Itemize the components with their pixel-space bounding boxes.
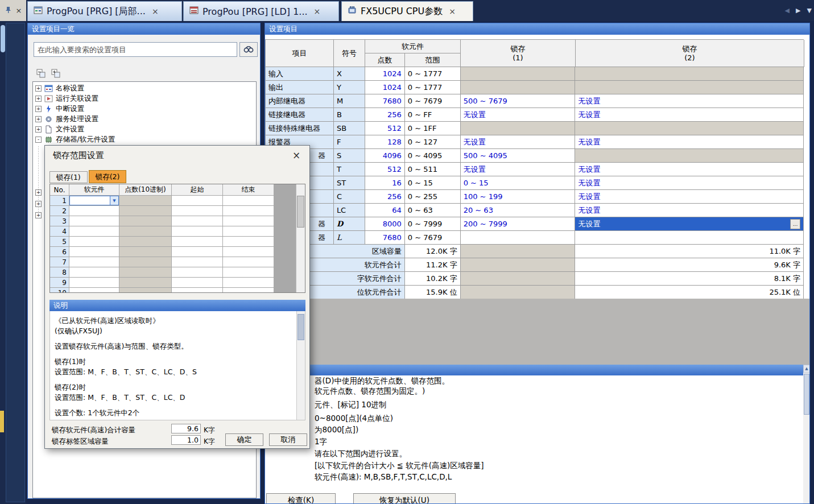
table-row[interactable]: 输出 Y 1024 0 ~ 1777 [266,81,804,94]
latch2-cell[interactable]: 无设置 [575,190,804,204]
start-cell[interactable] [172,247,223,257]
tab-progpou-local[interactable]: ProgPou [PRG] [局部... × [27,1,182,21]
table-row[interactable]: C 256 0 ~ 255 100 ~ 199 无设置 [266,190,804,204]
latch2-cell[interactable]: 无设置 [575,135,804,149]
start-cell[interactable] [172,288,223,293]
points-cell[interactable]: 7680 [365,231,405,245]
table-row[interactable]: 内部继电器 M 7680 0 ~ 7679 500 ~ 7679 无设置 [266,94,804,108]
start-cell[interactable] [172,257,223,267]
device-cell[interactable] [69,206,119,216]
tree-item-interrupt-settings[interactable]: + 中断设置 [33,104,256,114]
tab-close-icon[interactable]: × [449,7,456,16]
latch2-cell[interactable]: 无设置 [575,94,804,108]
tab-progpou-ld[interactable]: ProgPou [PRG] [LD] 1... × [183,1,339,21]
tab-latch-2[interactable]: 锁存(2) [89,170,127,183]
device-cell[interactable] [69,278,119,288]
collapse-all-icon[interactable] [36,68,46,79]
tree-expander-icon[interactable]: + [35,189,42,196]
table-row[interactable]: ST 16 0 ~ 15 0 ~ 15 无设置 [266,176,804,190]
points-cell[interactable]: 16 [365,176,405,190]
table-row[interactable]: 链接特殊继电器 SB 512 0 ~ 1FF [266,122,804,135]
points-cell[interactable]: 7680 [365,94,405,108]
device-cell[interactable] [69,226,119,237]
tree-item-name-settings[interactable]: + 名称设置 [33,83,256,93]
tree-expander-icon[interactable]: + [35,212,42,218]
points-cell[interactable]: 8000 [365,217,405,231]
points-cell[interactable]: 512 [365,122,405,135]
table-row[interactable]: 链接继电器 B 256 0 ~ FF 无设置 无设置 [266,108,804,122]
latch1-cell[interactable]: 20 ~ 63 [461,204,576,217]
grid-scrollbar[interactable] [296,184,305,292]
table-row[interactable]: 器 L 7680 0 ~ 7679 [266,231,804,245]
collapsed-panel-strip[interactable] [6,23,25,502]
table-row[interactable]: 报警器 F 128 0 ~ 127 无设置 无设置 [266,135,804,149]
device-cell[interactable] [69,267,119,278]
latch2-cell[interactable]: 无设置 [575,108,804,122]
start-cell[interactable] [172,267,223,278]
latch2-cell[interactable]: 无设置 [575,163,804,176]
scrollbar-thumb[interactable] [297,196,304,228]
start-cell[interactable] [172,226,223,237]
search-input[interactable] [34,42,237,57]
latch1-cell[interactable]: 0 ~ 15 [461,176,576,190]
rail-scrollbar-thumb[interactable] [1,25,5,52]
end-cell[interactable] [223,267,274,278]
table-row[interactable]: LC 64 0 ~ 63 20 ~ 63 无设置 [266,204,804,217]
tree-item-memory-device-settings[interactable]: - 存储器/软元件设置 [33,134,256,144]
tab-close-icon[interactable]: × [314,7,321,16]
table-row[interactable]: 器 S 4096 0 ~ 4095 500 ~ 4095 [266,149,804,163]
scrollbar-thumb[interactable] [804,374,809,415]
device-cell[interactable] [69,288,119,293]
search-button[interactable] [239,42,258,57]
points-cell[interactable]: 256 [365,108,405,122]
tree-item-service-settings[interactable]: + 服务处理设置 [33,114,256,124]
start-cell[interactable] [172,216,223,226]
dialog-close-icon[interactable]: × [289,148,304,162]
explanation-scrollbar[interactable] [296,311,305,420]
chevron-down-icon[interactable]: ▼ [110,196,118,205]
latch1-cell[interactable]: 200 ~ 7999 [461,217,576,231]
browse-button[interactable]: ... [790,219,800,229]
latch1-cell[interactable]: 无设置 [461,108,576,122]
tree-item-file-settings[interactable]: + 文件设置 [33,124,256,134]
points-cell[interactable]: 1024 [365,67,405,81]
latch2-cell[interactable]: 无设置 [575,176,804,190]
latch1-cell[interactable] [461,231,576,245]
device-combobox[interactable]: ▼ [69,196,119,205]
cancel-button[interactable]: 取消 [269,433,307,446]
tree-item-run-settings[interactable]: + 运行关联设置 [33,93,256,104]
pin-icon[interactable] [5,5,12,16]
end-cell[interactable] [223,278,274,288]
points-cell[interactable]: 512 [365,163,405,176]
points-cell[interactable]: 256 [365,190,405,204]
panel-close-icon[interactable]: × [16,6,22,15]
end-cell[interactable] [223,237,274,247]
start-cell[interactable] [172,206,223,216]
latch2-cell[interactable]: 无设置 [575,204,804,217]
end-cell[interactable] [223,288,274,293]
expand-all-icon[interactable] [51,68,61,79]
tree-expander-icon[interactable]: + [35,201,42,207]
end-cell[interactable] [223,226,274,237]
tree-expander-icon[interactable]: + [35,126,42,133]
points-cell[interactable]: 64 [365,204,405,217]
tree-expander-icon[interactable]: - [35,137,42,143]
device-cell[interactable] [69,216,119,226]
device-cell[interactable] [69,257,119,267]
tab-scroll-right-icon[interactable]: ▶ [796,7,800,14]
tab-latch-1[interactable]: 锁存(1) [49,171,88,183]
table-row[interactable]: 输入 X 1024 0 ~ 1777 [266,67,804,81]
tab-close-icon[interactable]: × [152,7,159,16]
tab-list-dropdown-icon[interactable]: ▼ [807,7,812,14]
latch1-cell[interactable]: 100 ~ 199 [461,190,576,204]
rail-highlight-tab[interactable] [0,411,4,432]
start-cell[interactable] [172,237,223,247]
explanation-scrollbar[interactable]: ▲ [803,365,810,504]
end-cell[interactable] [223,257,274,267]
device-cell[interactable] [69,247,119,257]
check-button[interactable]: 检查(K) [266,493,336,504]
latch1-cell[interactable]: 无设置 [461,163,576,176]
ok-button[interactable]: 确定 [225,433,263,446]
table-row[interactable]: T 512 0 ~ 511 无设置 无设置 [266,163,804,176]
latch1-cell[interactable]: 无设置 [461,135,576,149]
